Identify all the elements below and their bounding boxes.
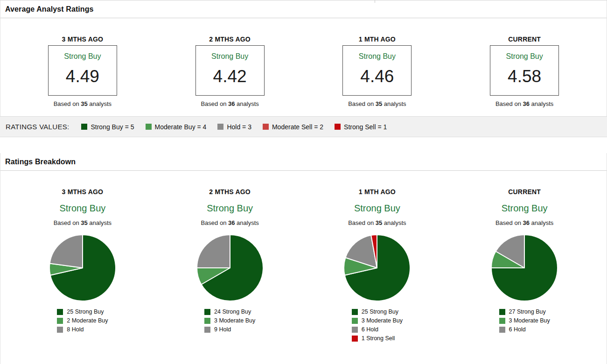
legend-color-swatch xyxy=(335,124,341,130)
legend-item-moderate-buy: Moderate Buy = 4 xyxy=(146,123,207,131)
rating-value: 4.58 xyxy=(508,67,541,86)
panel-title: Ratings Breakdown xyxy=(5,158,76,166)
analyst-count-line: Based on36analysts xyxy=(201,219,258,226)
analyst-count: 35 xyxy=(81,100,87,107)
avg-column-current: CURRENT Strong Buy 4.58 Based on36analys… xyxy=(451,35,598,107)
breakdown-columns: 3 MTHS AGO Strong Buy Based on35analysts… xyxy=(0,171,607,344)
ratings-breakdown-panel: Ratings Breakdown 3 MTHS AGO Strong Buy … xyxy=(0,153,607,364)
legend-color-swatch xyxy=(57,309,63,315)
panel-header: Ratings Breakdown xyxy=(0,153,607,171)
average-analyst-ratings-panel: Average Analyst Ratings 3 MTHS AGO Stron… xyxy=(0,0,607,116)
based-suffix: analysts xyxy=(89,219,112,226)
legend-color-swatch xyxy=(352,318,358,324)
avg-column-1mth-ago: 1 MTH AGO Strong Buy 4.46 Based on35anal… xyxy=(304,35,451,107)
pie-legend-label: 1 Strong Sell xyxy=(362,336,395,342)
rating-label: Strong Buy xyxy=(59,203,105,214)
breakdown-column-1mth-ago: 1 MTH AGO Strong Buy Based on35analysts … xyxy=(304,188,451,344)
pie-legend-label: 2 Moderate Buy xyxy=(67,318,108,324)
period-label: 2 MTHS AGO xyxy=(209,188,251,196)
rating-label: Strong Buy xyxy=(207,203,253,214)
legend-color-swatch xyxy=(204,318,210,324)
breakdown-column-2mths-ago: 2 MTHS AGO Strong Buy Based on36analysts… xyxy=(156,188,304,344)
ratings-values-label: RATINGS VALUES: xyxy=(6,123,69,131)
panel-header: Average Analyst Ratings xyxy=(0,0,607,18)
rating-label: Strong Buy xyxy=(211,52,248,61)
pie-legend-item: 2 Moderate Buy xyxy=(57,318,108,324)
analyst-count: 35 xyxy=(376,219,382,226)
period-label: 3 MTHS AGO xyxy=(62,188,104,196)
legend-color-swatch xyxy=(352,327,358,333)
legend-color-swatch xyxy=(263,124,269,130)
pie-legend-item: 3 Moderate Buy xyxy=(204,318,255,324)
pie-legend-item: 6 Hold xyxy=(499,327,550,333)
legend-item-label: Strong Buy = 5 xyxy=(91,123,134,131)
breakdown-column-current: CURRENT Strong Buy Based on36analysts 27… xyxy=(451,188,598,344)
based-suffix: analysts xyxy=(237,100,259,107)
legend-item-hold: Hold = 3 xyxy=(217,123,251,131)
rating-value-box: Strong Buy 4.49 xyxy=(48,45,117,96)
pie-legend-item: 27 Strong Buy xyxy=(499,309,550,315)
legend-color-swatch xyxy=(146,124,152,130)
based-prefix: Based on xyxy=(201,100,226,107)
pie-legend-label: 9 Hold xyxy=(214,327,231,333)
analyst-ratings-page: Average Analyst Ratings 3 MTHS AGO Stron… xyxy=(0,0,607,364)
pie-legend-label: 3 Moderate Buy xyxy=(214,318,255,324)
analyst-count: 36 xyxy=(228,219,235,226)
pie-legend-label: 8 Hold xyxy=(67,327,84,333)
based-prefix: Based on xyxy=(495,100,521,107)
rating-value-box: Strong Buy 4.46 xyxy=(342,45,412,96)
pie-legend-label: 25 Strong Buy xyxy=(67,309,104,315)
period-label: CURRENT xyxy=(508,188,541,196)
based-prefix: Based on xyxy=(201,219,226,226)
pie-slice xyxy=(50,235,83,268)
pie-legend: 25 Strong Buy 2 Moderate Buy 8 Hold xyxy=(57,309,108,336)
rating-label: Strong Buy xyxy=(354,203,400,214)
ratings-values-items: Strong Buy = 5 Moderate Buy = 4 Hold = 3… xyxy=(81,123,387,131)
analyst-count-line: Based on35analysts xyxy=(348,100,406,107)
analyst-count-line: Based on35analysts xyxy=(348,219,406,226)
analyst-count-line: Based on36analysts xyxy=(495,100,553,107)
pie-legend-item: 3 Moderate Buy xyxy=(499,318,550,324)
pie-legend-item: 3 Moderate Buy xyxy=(352,318,403,324)
pie-legend-item: 25 Strong Buy xyxy=(57,309,108,315)
pie-legend-item: 9 Hold xyxy=(204,327,255,333)
section-gap xyxy=(0,137,607,153)
legend-item-strong-sell: Strong Sell = 1 xyxy=(335,123,387,131)
pie-legend-item: 8 Hold xyxy=(57,327,108,333)
panel-title: Average Analyst Ratings xyxy=(5,5,94,14)
based-suffix: analysts xyxy=(531,219,554,226)
legend-color-swatch xyxy=(204,309,210,315)
rating-value: 4.46 xyxy=(360,67,394,86)
legend-item-strong-buy: Strong Buy = 5 xyxy=(81,123,134,131)
period-label: 2 MTHS AGO xyxy=(209,35,251,43)
pie-legend-label: 3 Moderate Buy xyxy=(362,318,403,324)
analyst-count-line: Based on36analysts xyxy=(201,100,258,107)
pie-legend-label: 24 Strong Buy xyxy=(214,309,251,315)
pie-legend-item: 25 Strong Buy xyxy=(352,309,403,315)
legend-item-label: Moderate Buy = 4 xyxy=(155,123,207,131)
period-label: CURRENT xyxy=(508,35,541,43)
analyst-count: 36 xyxy=(523,219,530,226)
based-prefix: Based on xyxy=(495,219,521,226)
legend-item-label: Moderate Sell = 2 xyxy=(272,123,323,131)
pie-chart xyxy=(343,234,411,302)
rating-label: Strong Buy xyxy=(506,52,543,61)
legend-color-swatch xyxy=(352,309,358,315)
pie-legend-label: 6 Hold xyxy=(362,327,378,333)
pie-legend-label: 27 Strong Buy xyxy=(509,309,546,315)
legend-color-swatch xyxy=(352,336,358,342)
period-label: 1 MTH AGO xyxy=(359,188,396,196)
legend-color-swatch xyxy=(81,124,87,130)
analyst-count-line: Based on35analysts xyxy=(54,100,112,107)
period-label: 1 MTH AGO xyxy=(359,35,396,43)
based-prefix: Based on xyxy=(348,100,374,107)
pie-legend: 24 Strong Buy 3 Moderate Buy 9 Hold xyxy=(204,309,255,336)
rating-value-box: Strong Buy 4.42 xyxy=(195,45,265,96)
legend-item-moderate-sell: Moderate Sell = 2 xyxy=(263,123,323,131)
pie-legend-label: 6 Hold xyxy=(509,327,526,333)
pie-legend-item: 1 Strong Sell xyxy=(352,336,403,342)
legend-item-label: Strong Sell = 1 xyxy=(344,123,387,131)
legend-color-swatch xyxy=(217,124,223,130)
analyst-count-line: Based on36analysts xyxy=(495,219,553,226)
avg-column-2mths-ago: 2 MTHS AGO Strong Buy 4.42 Based on36ana… xyxy=(156,35,304,107)
